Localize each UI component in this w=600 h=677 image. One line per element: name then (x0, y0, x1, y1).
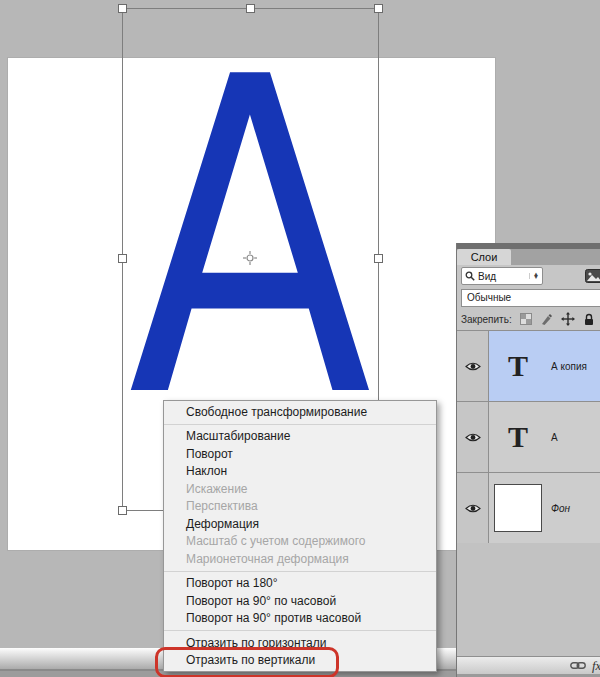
lock-icon (583, 313, 595, 326)
blend-mode-dropdown[interactable]: Обычные (461, 289, 600, 307)
menu-item-rotate-180[interactable]: Поворот на 180° (164, 575, 436, 593)
menu-item-free-transform[interactable]: Свободное трансформирование (164, 403, 436, 421)
search-icon (465, 271, 475, 281)
menu-item-distort: Искажение (164, 480, 436, 498)
transform-handle-top-right[interactable] (374, 4, 383, 13)
transform-handle-top-left[interactable] (118, 4, 127, 13)
layer-row-content: T А (489, 402, 600, 472)
menu-item-rotate-90-ccw[interactable]: Поворот на 90° против часовой (164, 610, 436, 628)
photoshop-workspace: А Свободное трансформирование Масштабиро… (0, 0, 600, 677)
link-layers-button[interactable] (570, 661, 586, 670)
blend-mode-value: Обычные (467, 292, 511, 303)
transform-handle-top-center[interactable] (246, 4, 255, 13)
menu-item-perspective: Перспектива (164, 498, 436, 516)
transform-handle-middle-left[interactable] (118, 254, 127, 263)
transform-handle-middle-right[interactable] (374, 254, 383, 263)
chain-link-icon (570, 661, 586, 670)
background-thumbnail (494, 484, 542, 532)
transform-handle-bottom-left[interactable] (118, 506, 127, 515)
menu-separator (164, 571, 436, 572)
eye-icon (465, 503, 481, 514)
visibility-toggle[interactable] (457, 402, 489, 472)
annotation-highlight (155, 647, 339, 677)
layer-style-button[interactable]: fx (592, 658, 600, 674)
layer-row-content: T А копия (489, 331, 600, 401)
layer-row-a-copy[interactable]: T А копия (457, 330, 600, 401)
lock-position-button[interactable] (561, 312, 575, 326)
filter-kind-dropdown[interactable]: Вид ▲▼ (461, 267, 543, 285)
layer-filter-row: Вид ▲▼ (457, 265, 600, 287)
tab-layers[interactable]: Слои (457, 249, 511, 265)
menu-item-warp[interactable]: Деформация (164, 515, 436, 533)
eye-icon (465, 432, 481, 443)
menu-separator (164, 630, 436, 631)
visibility-toggle[interactable] (457, 331, 489, 401)
lock-all-button[interactable] (582, 312, 596, 326)
transform-context-menu: Свободное трансформирование Масштабирова… (163, 400, 437, 672)
menu-item-rotate[interactable]: Поворот (164, 445, 436, 463)
move-icon (561, 312, 575, 326)
menu-item-puppet-warp: Марионеточная деформация (164, 550, 436, 568)
menu-item-scale[interactable]: Масштабирование (164, 428, 436, 446)
menu-item-content-aware-scale: Масштаб с учетом содержимого (164, 533, 436, 551)
checkerboard-icon (520, 313, 532, 325)
layer-row-a[interactable]: T А (457, 401, 600, 472)
visibility-toggle[interactable] (457, 473, 489, 543)
layer-thumbnail: T (489, 331, 547, 401)
layer-row-content: Фон (489, 473, 600, 543)
spinner-arrows-icon: ▲▼ (529, 273, 539, 279)
lock-label: Закрепить: (461, 314, 512, 325)
menu-separator (164, 424, 436, 425)
menu-item-rotate-90-cw[interactable]: Поворот на 90° по часовой (164, 592, 436, 610)
layers-empty-area (457, 543, 600, 656)
layer-thumbnail: T (489, 402, 547, 472)
layers-panel: Слои Вид ▲▼ Обычные Закрепит (456, 243, 600, 677)
layer-name: Фон (551, 503, 570, 514)
brush-icon (540, 313, 553, 326)
layer-row-background[interactable]: Фон (457, 472, 600, 543)
layer-thumbnail (489, 473, 547, 543)
lock-row: Закрепить: (457, 308, 600, 330)
text-layer-thumbnail-glyph: T (508, 349, 528, 383)
lock-transparency-button[interactable] (519, 312, 533, 326)
eye-icon (465, 361, 481, 372)
layer-name: А (551, 432, 558, 443)
lock-pixels-button[interactable] (540, 312, 554, 326)
transform-reference-point[interactable] (243, 251, 257, 265)
layers-panel-footer: fx (457, 656, 600, 674)
filter-type-icon[interactable] (585, 269, 600, 283)
filter-kind-value: Вид (478, 271, 496, 282)
panel-tab-bar: Слои (457, 249, 600, 265)
blend-mode-row: Обычные (457, 287, 600, 308)
menu-item-skew[interactable]: Наклон (164, 463, 436, 481)
layer-name: А копия (551, 361, 587, 372)
text-layer-thumbnail-glyph: T (508, 420, 528, 454)
